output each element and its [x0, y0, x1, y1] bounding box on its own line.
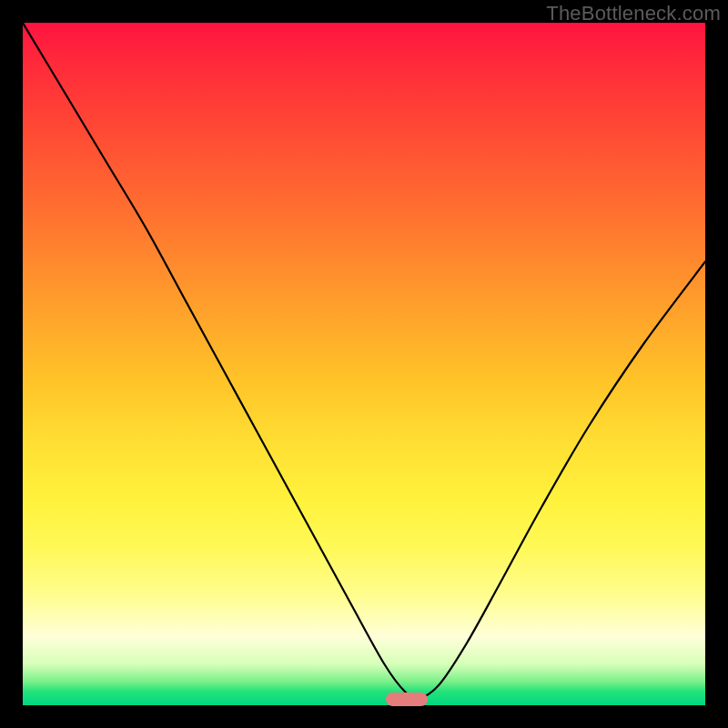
optimal-marker	[386, 693, 428, 706]
bottleneck-curve	[23, 23, 705, 705]
watermark-text: TheBottleneck.com	[546, 2, 721, 25]
plot-area	[23, 23, 705, 705]
